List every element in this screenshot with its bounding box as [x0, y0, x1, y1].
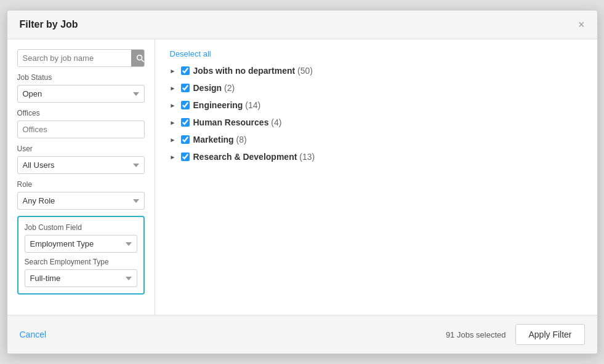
svg-line-1: [141, 59, 143, 61]
left-panel: Job Status Open Closed Draft Offices Use…: [7, 39, 155, 315]
dept-checkbox[interactable]: [181, 84, 190, 92]
deselect-all-button[interactable]: Deselect all: [170, 49, 211, 58]
search-employment-type-label: Search Employment Type: [25, 258, 137, 266]
dept-name: Design (2): [193, 83, 235, 93]
footer-right: 91 Jobs selected Apply Filter: [446, 324, 585, 345]
department-item: ► Marketing (8): [170, 135, 582, 144]
dept-checkbox[interactable]: [181, 135, 190, 144]
department-list: ► Jobs with no department (50) ► Design …: [170, 66, 582, 162]
cancel-button[interactable]: Cancel: [20, 330, 47, 339]
job-status-select[interactable]: Open Closed Draft: [17, 85, 145, 103]
close-button[interactable]: ×: [578, 19, 585, 30]
search-input[interactable]: [18, 50, 131, 66]
user-group: User All Users Me My Team: [17, 144, 145, 174]
expand-arrow-icon[interactable]: ►: [170, 154, 177, 160]
department-item: ► Engineering (14): [170, 100, 582, 110]
dept-name: Jobs with no department (50): [193, 66, 313, 76]
dept-checkbox[interactable]: [181, 66, 190, 75]
modal-body: Job Status Open Closed Draft Offices Use…: [7, 39, 597, 315]
offices-group: Offices: [17, 109, 145, 138]
dept-name: Marketing (8): [193, 135, 247, 144]
jobs-selected-text: 91 Jobs selected: [446, 330, 506, 339]
search-button[interactable]: [131, 50, 145, 66]
role-label: Role: [17, 180, 145, 189]
department-item: ► Design (2): [170, 83, 582, 93]
custom-field-label: Job Custom Field: [25, 223, 137, 232]
department-item: ► Jobs with no department (50): [170, 66, 582, 76]
modal-title: Filter by Job: [20, 19, 78, 30]
role-group: Role Any Role Hiring Manager Recruiter: [17, 180, 145, 210]
dept-checkbox[interactable]: [181, 101, 190, 109]
job-status-group: Job Status Open Closed Draft: [17, 73, 145, 103]
custom-field-box: Job Custom Field Employment Type Departm…: [17, 216, 145, 295]
custom-field-select[interactable]: Employment Type Department Location: [25, 235, 137, 253]
right-panel: Deselect all ► Jobs with no department (…: [155, 39, 597, 315]
expand-arrow-icon[interactable]: ►: [170, 68, 177, 74]
job-status-label: Job Status: [17, 73, 145, 82]
expand-arrow-icon[interactable]: ►: [170, 85, 177, 92]
modal-header: Filter by Job ×: [7, 10, 597, 39]
expand-arrow-icon[interactable]: ►: [170, 136, 177, 143]
department-item: ► Research & Development (13): [170, 152, 582, 162]
dept-name: Research & Development (13): [193, 152, 315, 162]
offices-input[interactable]: [17, 121, 145, 138]
filter-by-job-modal: Filter by Job × Job Status Open: [7, 10, 598, 354]
department-item: ► Human Resources (4): [170, 117, 582, 127]
search-icon: [136, 54, 145, 63]
apply-filter-button[interactable]: Apply Filter: [515, 324, 584, 345]
modal-footer: Cancel 91 Jobs selected Apply Filter: [7, 315, 597, 354]
dept-name: Human Resources (4): [193, 117, 282, 127]
svg-point-0: [137, 55, 142, 60]
offices-label: Offices: [17, 109, 145, 117]
expand-arrow-icon[interactable]: ►: [170, 119, 177, 126]
user-label: User: [17, 144, 145, 153]
user-select[interactable]: All Users Me My Team: [17, 156, 145, 174]
custom-field-group: Job Custom Field Employment Type Departm…: [25, 223, 137, 253]
expand-arrow-icon[interactable]: ►: [170, 102, 177, 109]
dept-checkbox[interactable]: [181, 152, 190, 161]
search-employment-type-group: Search Employment Type Full-time Part-ti…: [25, 258, 137, 287]
employment-type-select[interactable]: Full-time Part-time Contract Intern: [25, 269, 137, 287]
dept-name: Engineering (14): [193, 100, 261, 110]
role-select[interactable]: Any Role Hiring Manager Recruiter: [17, 192, 145, 210]
dept-checkbox[interactable]: [181, 118, 190, 127]
job-search-row: [17, 49, 145, 67]
